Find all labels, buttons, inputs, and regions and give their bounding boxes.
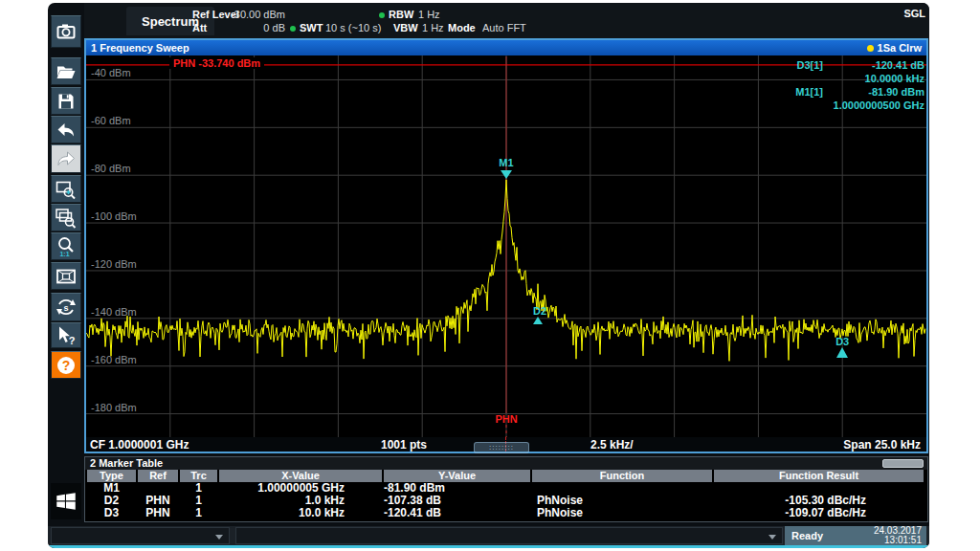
- context-help-button[interactable]: ?: [51, 322, 81, 348]
- y-axis-tick-label: -80 dBm: [91, 163, 131, 174]
- windows-start-button[interactable]: [51, 483, 81, 519]
- column-header-ref[interactable]: Ref: [138, 470, 178, 482]
- mode-label: Mode: [448, 22, 476, 33]
- marker-table-cell: -120.41 dB: [384, 507, 530, 519]
- center-frequency-value[interactable]: CF 1.0000001 GHz: [90, 438, 189, 452]
- save-button[interactable]: [51, 87, 81, 115]
- frequency-sweep-window: 1 Frequency Sweep 1Sa Clrw PHNM1D2D3 -40…: [84, 38, 928, 453]
- open-folder-icon: [55, 60, 78, 83]
- vbw-value[interactable]: 1 Hz: [422, 22, 444, 33]
- span-value[interactable]: Span 25.0 kHz: [843, 438, 921, 452]
- marker-table-cell: PhNoise: [532, 507, 712, 519]
- dropdown-arrow-icon: [768, 535, 776, 540]
- zoom-multiple-icon: [55, 207, 78, 230]
- ref-level-value[interactable]: -30.00 dBm: [226, 9, 285, 20]
- save-floppy-icon: [55, 90, 78, 113]
- marker-table-window: 2 Marker Table TypeRefTrcX-ValueY-ValueF…: [84, 456, 928, 522]
- trace-indicator-label: 1Sa Clrw: [878, 42, 922, 54]
- marker-table: TypeRefTrcX-ValueY-ValueFunctionFunction…: [87, 470, 925, 519]
- marker-readout-value: -81.90 dBm: [838, 85, 924, 99]
- marker-table-titlebar[interactable]: 2 Marker Table: [85, 457, 927, 470]
- y-axis-tick-label: -160 dBm: [91, 354, 137, 365]
- per-division-value: 2.5 kHz/: [590, 438, 634, 452]
- att-value[interactable]: 0 dB: [226, 22, 285, 33]
- y-axis-tick-label: -140 dBm: [91, 306, 137, 318]
- trace-indicator[interactable]: 1Sa Clrw: [867, 42, 922, 54]
- marker-symbol-D2[interactable]: [533, 317, 543, 324]
- multiple-zoom-button[interactable]: [51, 204, 81, 231]
- y-axis-tick-label: -40 dBm: [91, 67, 131, 78]
- single-sweep-sync-icon: s: [55, 296, 78, 319]
- phase-noise-line-label: PHN -33.740 dBm: [169, 57, 264, 69]
- marker-label-D2[interactable]: D2: [533, 305, 546, 317]
- svg-text:s: s: [63, 303, 68, 313]
- marker-table-cell: D3: [87, 507, 136, 519]
- undo-button[interactable]: [51, 116, 81, 143]
- zoom-image-icon: [55, 178, 78, 201]
- swt-label: SWT: [300, 22, 323, 33]
- sweep-window-titlebar[interactable]: 1 Frequency Sweep 1Sa Clrw: [86, 40, 926, 55]
- marker-readout-row: D3[1]-120.41 dB: [795, 58, 924, 72]
- marker-readout-label: D3[1]: [796, 58, 823, 72]
- single-sweep-indicator: SGL: [903, 8, 925, 19]
- marker-table-cell: 10.0 kHz: [219, 507, 382, 519]
- channel-header: Spectrum Ref Level -30.00 dBm Att 0 dB S…: [84, 3, 929, 38]
- column-header-function[interactable]: Function: [532, 470, 712, 482]
- camera-icon: [55, 20, 78, 43]
- y-axis-tick-label: -180 dBm: [91, 402, 137, 413]
- y-axis-tick-label: -120 dBm: [91, 258, 137, 270]
- marker-table-row[interactable]: D3PHN110.0 kHz-120.41 dBPhNoise-109.07 d…: [87, 507, 925, 519]
- zoom-graphics-button[interactable]: [51, 175, 81, 203]
- marker-table-cell: PHN: [138, 507, 178, 519]
- help-button[interactable]: ?: [51, 351, 81, 379]
- taskbar-accent-line: [48, 545, 929, 548]
- window-splitter-handle[interactable]: ::::::::: [474, 442, 529, 453]
- status-message-dropdown[interactable]: [235, 527, 783, 544]
- marker-label-M1[interactable]: M1: [499, 157, 513, 168]
- context-help-cursor-icon: ?: [55, 324, 78, 347]
- sweep-points-value: 1001 pts: [381, 438, 427, 452]
- marker-readout-label: M1[1]: [795, 85, 823, 99]
- status-dropdown-left[interactable]: [51, 527, 230, 544]
- marker-table-header: TypeRefTrcX-ValueY-ValueFunctionFunction…: [87, 470, 925, 482]
- y-axis-tick-label: -100 dBm: [91, 210, 137, 222]
- column-header-function-result[interactable]: Function Result: [714, 470, 924, 482]
- marker-symbol-M1[interactable]: [501, 170, 512, 179]
- redo-arrow-icon: [55, 147, 78, 170]
- screenshot-button[interactable]: [51, 15, 81, 48]
- marker-readout-value: -120.41 dB: [838, 58, 924, 72]
- marker-label-D3[interactable]: D3: [835, 336, 849, 347]
- att-label: Att: [192, 22, 207, 33]
- marker-readout-value: 10.0000 kHz: [838, 72, 924, 85]
- undo-arrow-icon: [55, 119, 78, 142]
- spectrum-trace-canvas: PHNM1D2D3: [86, 55, 926, 437]
- scrollbar-thumb[interactable]: [882, 459, 924, 468]
- sweep-window-title: 1 Frequency Sweep: [91, 42, 189, 54]
- swt-value[interactable]: 10 s (~10 s): [325, 22, 381, 33]
- y-axis-tick-label: -60 dBm: [91, 115, 131, 126]
- redo-button[interactable]: [51, 144, 81, 173]
- marker-readout-value: 1.0000000500 GHz: [834, 99, 924, 112]
- svg-text:1:1: 1:1: [59, 251, 69, 257]
- marker-readout-row: 10.0000 kHz: [795, 72, 924, 85]
- windows-logo-icon: [54, 489, 78, 514]
- open-file-button[interactable]: [51, 57, 81, 85]
- mode-value[interactable]: Auto FFT: [482, 22, 526, 33]
- trace1-color-icon: [867, 45, 874, 52]
- display-frame-icon: [55, 265, 78, 288]
- rbw-value[interactable]: 1 Hz: [418, 9, 440, 20]
- status-time: 13:01:51: [884, 535, 922, 545]
- marker-readout-panel: D3[1]-120.41 dB10.0000 kHzM1[1]-81.90 dB…: [795, 58, 924, 112]
- status-panel: Ready 24.03.2017 13:01:51: [785, 526, 926, 545]
- status-datetime: 24.03.2017 13:01:51: [874, 526, 926, 545]
- swt-led-icon: [290, 26, 296, 32]
- vbw-label: VBW: [393, 22, 418, 33]
- spectrum-plot[interactable]: PHNM1D2D3 -40 dBm-60 dBm-80 dBm-100 dBm-…: [86, 55, 926, 437]
- display-config-button[interactable]: [51, 262, 81, 290]
- sweep-sync-button[interactable]: s: [51, 293, 81, 321]
- marker-table-cell: 1: [180, 507, 217, 519]
- svg-text:?: ?: [69, 335, 76, 346]
- zoom-reset-button[interactable]: 1:1: [51, 232, 81, 260]
- marker-symbol-D3[interactable]: [836, 347, 848, 358]
- marker-readout-row: 1.0000000500 GHz: [795, 99, 924, 112]
